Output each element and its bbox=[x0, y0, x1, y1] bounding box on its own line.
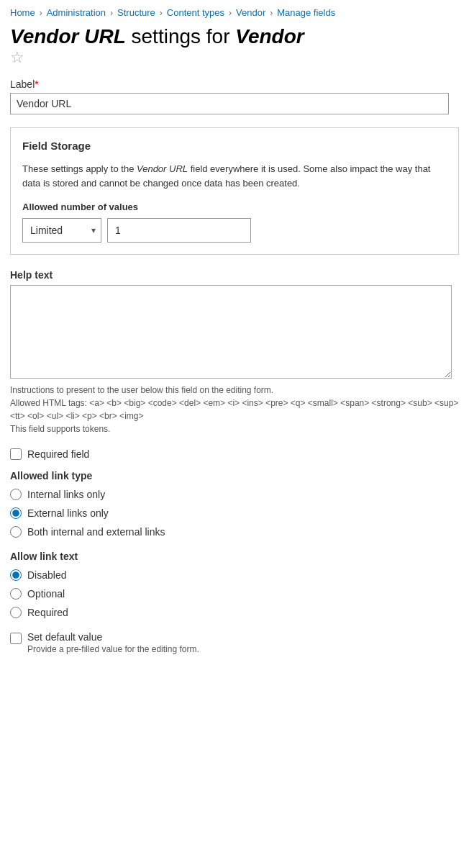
allow-link-text-radio-group: Disabled Optional Required bbox=[10, 569, 459, 618]
allowed-link-type-radio-group: Internal links only External links only … bbox=[10, 489, 459, 538]
radio-item-both: Both internal and external links bbox=[10, 526, 459, 538]
page-title-area: Vendor URL settings for Vendor ☆ bbox=[0, 22, 469, 71]
radio-item-disabled: Disabled bbox=[10, 569, 459, 581]
favorite-icon[interactable]: ☆ bbox=[10, 50, 304, 65]
allowed-number-label: Allowed number of values bbox=[22, 202, 447, 212]
label-field-label: Label* bbox=[10, 78, 459, 90]
field-storage-title: Field Storage bbox=[22, 140, 447, 152]
radio-link-text-required-label: Required bbox=[27, 607, 68, 618]
page-title: Vendor URL settings for Vendor bbox=[10, 25, 304, 48]
field-storage-box: Field Storage These settings apply to th… bbox=[10, 127, 459, 255]
radio-item-external-only: External links only bbox=[10, 507, 459, 519]
page-title-vendor-url: Vendor URL bbox=[10, 25, 126, 48]
label-input[interactable] bbox=[10, 93, 449, 114]
breadcrumb-sep-3: › bbox=[160, 8, 163, 18]
main-content: Label* Field Storage These settings appl… bbox=[0, 71, 469, 669]
set-default-label: Set default value bbox=[27, 631, 199, 643]
radio-link-text-disabled-label: Disabled bbox=[27, 569, 66, 581]
radio-link-text-optional-label: Optional bbox=[27, 588, 65, 600]
required-field-label: Required field bbox=[27, 448, 89, 460]
allow-link-text-section: Allow link text Disabled Optional Requir… bbox=[10, 551, 459, 618]
radio-both-links[interactable] bbox=[10, 526, 22, 538]
radio-item-required: Required bbox=[10, 607, 459, 618]
breadcrumb-sep-2: › bbox=[110, 8, 113, 18]
breadcrumb-structure[interactable]: Structure bbox=[117, 7, 155, 18]
radio-item-optional: Optional bbox=[10, 588, 459, 600]
radio-link-text-disabled[interactable] bbox=[10, 569, 22, 581]
allowed-values-row: Limited Unlimited ▾ bbox=[22, 218, 447, 243]
allowed-link-type-section: Allowed link type Internal links only Ex… bbox=[10, 470, 459, 538]
number-of-values-input[interactable] bbox=[107, 218, 251, 243]
help-instruction-line3: This field supports tokens. bbox=[10, 422, 459, 435]
breadcrumb-manage-fields[interactable]: Manage fields bbox=[277, 7, 335, 18]
radio-internal-only-label: Internal links only bbox=[27, 489, 105, 500]
breadcrumb-content-types[interactable]: Content types bbox=[167, 7, 224, 18]
required-marker: * bbox=[35, 78, 38, 90]
allowed-link-type-heading: Allowed link type bbox=[10, 470, 459, 482]
radio-link-text-required[interactable] bbox=[10, 607, 22, 618]
breadcrumb: Home › Administration › Structure › Cont… bbox=[0, 0, 469, 22]
set-default-checkbox[interactable] bbox=[10, 633, 22, 644]
radio-both-links-label: Both internal and external links bbox=[27, 526, 165, 538]
radio-item-internal-only: Internal links only bbox=[10, 489, 459, 500]
help-instructions: Instructions to present to the user belo… bbox=[10, 384, 459, 435]
radio-external-only-label: External links only bbox=[27, 507, 109, 519]
radio-external-only[interactable] bbox=[10, 507, 22, 519]
help-text-label: Help text bbox=[10, 269, 459, 281]
radio-internal-only[interactable] bbox=[10, 489, 22, 500]
set-default-text: Set default value Provide a pre-filled v… bbox=[27, 631, 199, 654]
allow-link-text-heading: Allow link text bbox=[10, 551, 459, 562]
breadcrumb-vendor[interactable]: Vendor bbox=[236, 7, 265, 18]
field-storage-desc-prefix: These settings apply to the bbox=[22, 163, 137, 174]
help-instruction-line1: Instructions to present to the user belo… bbox=[10, 384, 459, 397]
help-instruction-line2: Allowed HTML tags: <a> <b> <big> <code> … bbox=[10, 397, 459, 422]
limited-select[interactable]: Limited Unlimited bbox=[22, 218, 101, 243]
set-default-description: Provide a pre-filled value for the editi… bbox=[27, 644, 199, 654]
breadcrumb-sep-1: › bbox=[40, 8, 42, 18]
help-text-textarea[interactable] bbox=[10, 285, 452, 379]
breadcrumb-sep-4: › bbox=[229, 8, 232, 18]
required-field-checkbox[interactable] bbox=[10, 448, 22, 460]
page-title-settings-for: settings for bbox=[126, 25, 236, 48]
page-title-vendor: Vendor bbox=[235, 25, 304, 48]
help-text-group: Help text Instructions to present to the… bbox=[10, 269, 459, 435]
set-default-group: Set default value Provide a pre-filled v… bbox=[10, 631, 459, 654]
field-storage-description: These settings apply to the Vendor URL f… bbox=[22, 162, 447, 190]
limited-select-wrapper: Limited Unlimited ▾ bbox=[22, 218, 101, 243]
field-storage-desc-em: Vendor URL bbox=[137, 163, 188, 174]
label-form-group: Label* bbox=[10, 78, 459, 114]
required-field-group: Required field bbox=[10, 448, 459, 460]
breadcrumb-administration[interactable]: Administration bbox=[47, 7, 106, 18]
radio-link-text-optional[interactable] bbox=[10, 588, 22, 600]
breadcrumb-sep-5: › bbox=[270, 8, 273, 18]
breadcrumb-home[interactable]: Home bbox=[10, 7, 35, 18]
